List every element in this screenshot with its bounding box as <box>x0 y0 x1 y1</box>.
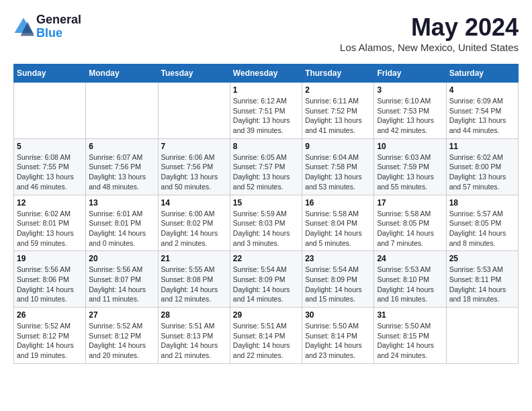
day-number: 20 <box>89 254 154 263</box>
calendar-week-row: 12Sunrise: 6:02 AMSunset: 8:01 PMDayligh… <box>14 195 519 251</box>
day-number: 12 <box>17 198 83 208</box>
weekday-header: Friday <box>374 64 446 83</box>
day-detail: Sunrise: 6:02 AMSunset: 8:01 PMDaylight:… <box>17 209 83 248</box>
day-detail: Sunrise: 6:08 AMSunset: 7:55 PMDaylight:… <box>17 152 83 192</box>
logo-icon <box>13 17 34 37</box>
day-detail: Sunrise: 5:56 AMSunset: 8:07 PMDaylight:… <box>89 265 154 304</box>
calendar-cell: 31Sunrise: 5:50 AMSunset: 8:15 PMDayligh… <box>374 308 446 364</box>
day-number: 4 <box>449 85 515 95</box>
calendar-cell: 20Sunrise: 5:56 AMSunset: 8:07 PMDayligh… <box>86 251 158 308</box>
calendar-cell: 6Sunrise: 6:07 AMSunset: 7:56 PMDaylight… <box>86 138 158 195</box>
calendar-cell: 3Sunrise: 6:10 AMSunset: 7:53 PMDaylight… <box>374 83 446 139</box>
weekday-header: Sunday <box>14 64 86 83</box>
weekday-header-row: SundayMondayTuesdayWednesdayThursdayFrid… <box>14 64 519 83</box>
calendar-cell: 7Sunrise: 6:06 AMSunset: 7:56 PMDaylight… <box>158 138 230 195</box>
calendar-cell: 17Sunrise: 5:58 AMSunset: 8:05 PMDayligh… <box>374 195 446 251</box>
calendar-cell: 1Sunrise: 6:12 AMSunset: 7:51 PMDaylight… <box>230 83 302 139</box>
day-detail: Sunrise: 5:58 AMSunset: 8:04 PMDaylight:… <box>305 209 371 248</box>
page-header: General Blue May 2024 Los Alamos, New Me… <box>13 13 519 53</box>
day-number: 18 <box>449 198 515 208</box>
day-detail: Sunrise: 5:50 AMSunset: 8:15 PMDaylight:… <box>377 321 443 361</box>
day-detail: Sunrise: 6:01 AMSunset: 8:01 PMDaylight:… <box>89 209 154 248</box>
day-detail: Sunrise: 5:54 AMSunset: 8:09 PMDaylight:… <box>233 265 299 304</box>
calendar-cell: 29Sunrise: 5:51 AMSunset: 8:14 PMDayligh… <box>230 308 302 364</box>
day-detail: Sunrise: 5:58 AMSunset: 8:05 PMDaylight:… <box>377 209 443 248</box>
day-number: 26 <box>17 310 83 320</box>
calendar-cell: 25Sunrise: 5:53 AMSunset: 8:11 PMDayligh… <box>446 251 518 308</box>
day-detail: Sunrise: 6:00 AMSunset: 8:02 PMDaylight:… <box>161 209 227 248</box>
day-detail: Sunrise: 5:53 AMSunset: 8:11 PMDaylight:… <box>449 265 515 304</box>
day-number: 15 <box>233 198 299 208</box>
day-number: 28 <box>161 310 227 320</box>
day-number: 27 <box>89 310 154 320</box>
day-number: 10 <box>377 142 443 151</box>
day-number: 23 <box>305 254 371 263</box>
day-number: 1 <box>233 85 299 95</box>
calendar-cell <box>14 83 86 139</box>
day-number: 9 <box>305 142 371 151</box>
day-detail: Sunrise: 6:09 AMSunset: 7:54 PMDaylight:… <box>449 96 515 136</box>
calendar-week-row: 5Sunrise: 6:08 AMSunset: 7:55 PMDaylight… <box>14 138 519 195</box>
day-number: 14 <box>161 198 227 208</box>
day-detail: Sunrise: 5:52 AMSunset: 8:12 PMDaylight:… <box>89 321 154 361</box>
calendar-cell: 23Sunrise: 5:54 AMSunset: 8:09 PMDayligh… <box>302 251 374 308</box>
day-number: 13 <box>89 198 154 208</box>
logo: General Blue <box>13 13 81 40</box>
day-detail: Sunrise: 6:12 AMSunset: 7:51 PMDaylight:… <box>233 96 299 136</box>
calendar-cell: 28Sunrise: 5:51 AMSunset: 8:13 PMDayligh… <box>158 308 230 364</box>
day-detail: Sunrise: 6:05 AMSunset: 7:57 PMDaylight:… <box>233 152 299 192</box>
day-number: 25 <box>449 254 515 263</box>
calendar-cell: 30Sunrise: 5:50 AMSunset: 8:14 PMDayligh… <box>302 308 374 364</box>
day-number: 7 <box>161 142 227 151</box>
day-detail: Sunrise: 6:02 AMSunset: 8:00 PMDaylight:… <box>449 152 515 192</box>
calendar-week-row: 1Sunrise: 6:12 AMSunset: 7:51 PMDaylight… <box>14 83 519 139</box>
calendar-cell: 24Sunrise: 5:53 AMSunset: 8:10 PMDayligh… <box>374 251 446 308</box>
day-detail: Sunrise: 5:56 AMSunset: 8:06 PMDaylight:… <box>17 265 83 304</box>
day-detail: Sunrise: 5:54 AMSunset: 8:09 PMDaylight:… <box>305 265 371 304</box>
day-number: 8 <box>233 142 299 151</box>
day-detail: Sunrise: 5:55 AMSunset: 8:08 PMDaylight:… <box>161 265 227 304</box>
day-detail: Sunrise: 6:03 AMSunset: 7:59 PMDaylight:… <box>377 152 443 192</box>
day-number: 6 <box>89 142 154 151</box>
calendar-cell: 11Sunrise: 6:02 AMSunset: 8:00 PMDayligh… <box>446 138 518 195</box>
day-number: 17 <box>377 198 443 208</box>
day-number: 31 <box>377 310 443 320</box>
weekday-header: Monday <box>86 64 158 83</box>
day-number: 5 <box>17 142 83 151</box>
day-detail: Sunrise: 6:06 AMSunset: 7:56 PMDaylight:… <box>161 152 227 192</box>
calendar-week-row: 19Sunrise: 5:56 AMSunset: 8:06 PMDayligh… <box>14 251 519 308</box>
calendar-cell: 12Sunrise: 6:02 AMSunset: 8:01 PMDayligh… <box>14 195 86 251</box>
day-detail: Sunrise: 5:53 AMSunset: 8:10 PMDaylight:… <box>377 265 443 304</box>
day-number: 11 <box>449 142 515 151</box>
day-number: 29 <box>233 310 299 320</box>
day-number: 2 <box>305 85 371 95</box>
calendar-cell <box>158 83 230 139</box>
calendar-cell: 21Sunrise: 5:55 AMSunset: 8:08 PMDayligh… <box>158 251 230 308</box>
logo-blue: Blue <box>36 27 81 40</box>
calendar-cell <box>86 83 158 139</box>
day-detail: Sunrise: 5:50 AMSunset: 8:14 PMDaylight:… <box>305 321 371 361</box>
day-detail: Sunrise: 5:51 AMSunset: 8:13 PMDaylight:… <box>161 321 227 361</box>
day-detail: Sunrise: 5:59 AMSunset: 8:03 PMDaylight:… <box>233 209 299 248</box>
calendar-cell: 13Sunrise: 6:01 AMSunset: 8:01 PMDayligh… <box>86 195 158 251</box>
calendar-cell: 26Sunrise: 5:52 AMSunset: 8:12 PMDayligh… <box>14 308 86 364</box>
weekday-header: Wednesday <box>230 64 302 83</box>
calendar-cell: 2Sunrise: 6:11 AMSunset: 7:52 PMDaylight… <box>302 83 374 139</box>
calendar-cell: 10Sunrise: 6:03 AMSunset: 7:59 PMDayligh… <box>374 138 446 195</box>
calendar-cell: 15Sunrise: 5:59 AMSunset: 8:03 PMDayligh… <box>230 195 302 251</box>
weekday-header: Thursday <box>302 64 374 83</box>
calendar-cell: 19Sunrise: 5:56 AMSunset: 8:06 PMDayligh… <box>14 251 86 308</box>
day-detail: Sunrise: 5:57 AMSunset: 8:05 PMDaylight:… <box>449 209 515 248</box>
day-number: 21 <box>161 254 227 263</box>
calendar-cell: 8Sunrise: 6:05 AMSunset: 7:57 PMDaylight… <box>230 138 302 195</box>
calendar-cell: 16Sunrise: 5:58 AMSunset: 8:04 PMDayligh… <box>302 195 374 251</box>
day-detail: Sunrise: 6:10 AMSunset: 7:53 PMDaylight:… <box>377 96 443 136</box>
logo-text: General Blue <box>36 13 81 40</box>
day-detail: Sunrise: 6:07 AMSunset: 7:56 PMDaylight:… <box>89 152 154 192</box>
day-detail: Sunrise: 6:11 AMSunset: 7:52 PMDaylight:… <box>305 96 371 136</box>
month-title: May 2024 <box>340 13 519 42</box>
calendar-cell: 18Sunrise: 5:57 AMSunset: 8:05 PMDayligh… <box>446 195 518 251</box>
calendar-week-row: 26Sunrise: 5:52 AMSunset: 8:12 PMDayligh… <box>14 308 519 364</box>
calendar-cell: 4Sunrise: 6:09 AMSunset: 7:54 PMDaylight… <box>446 83 518 139</box>
day-number: 3 <box>377 85 443 95</box>
